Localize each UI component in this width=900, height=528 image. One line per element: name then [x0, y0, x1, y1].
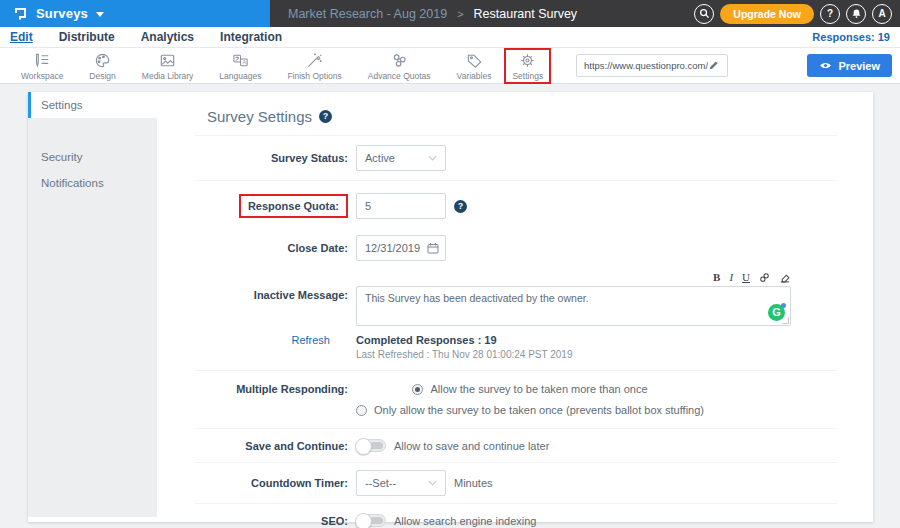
- close-date-label: Close Date:: [157, 242, 348, 254]
- link-button-icon[interactable]: [759, 272, 770, 283]
- seo-text: Allow search engine indexing: [394, 515, 536, 527]
- toolbar-item-finish-options[interactable]: Finish Options: [274, 50, 354, 82]
- resize-handle[interactable]: [782, 317, 789, 324]
- svg-text:A: A: [242, 59, 246, 65]
- toolbar-item-languages[interactable]: A Languages: [206, 50, 274, 82]
- survey-url-box: [576, 54, 728, 77]
- languages-icon: A: [231, 51, 250, 70]
- response-quota-row: Response Quota: ?: [157, 181, 873, 227]
- survey-status-select[interactable]: Active: [356, 145, 446, 171]
- sidebar-item-settings[interactable]: Settings: [28, 92, 157, 118]
- radio-unselected-icon: [356, 405, 367, 416]
- close-date-input[interactable]: [356, 235, 446, 261]
- breadcrumb: Market Research - Aug 2019 > Restaurant …: [270, 0, 577, 27]
- multiple-responding-row: Multiple Responding: Allow the survey to…: [157, 371, 873, 428]
- countdown-timer-label: Countdown Timer:: [157, 477, 348, 489]
- page-background: Settings Security Notifications Survey S…: [0, 84, 900, 528]
- help-button[interactable]: ?: [820, 4, 840, 24]
- save-continue-text: Allow to save and continue later: [394, 440, 549, 452]
- variables-tag-icon: [465, 51, 484, 70]
- response-quota-label-wrap: Response Quota:: [157, 194, 348, 218]
- settings-card: Settings Security Notifications Survey S…: [28, 92, 873, 522]
- message-editor-toolbar: B I U: [356, 271, 791, 286]
- response-quota-help-icon[interactable]: ?: [454, 200, 467, 213]
- response-quota-label: Response Quota:: [239, 194, 348, 218]
- chevron-down-icon: [428, 480, 437, 486]
- search-button[interactable]: [694, 4, 714, 24]
- survey-status-row: Survey Status: Active: [157, 136, 873, 180]
- clear-format-eraser-icon[interactable]: [779, 272, 791, 283]
- toolbar-item-settings[interactable]: Settings: [504, 48, 551, 84]
- tab-integration[interactable]: Integration: [220, 30, 282, 44]
- seo-toggle[interactable]: [356, 514, 386, 527]
- product-menu-label: Surveys: [36, 6, 88, 21]
- tab-analytics[interactable]: Analytics: [141, 30, 194, 44]
- settings-sidebar: Settings Security Notifications: [28, 92, 157, 522]
- workspace-icon: [33, 51, 52, 70]
- toolbar-item-variables[interactable]: Variables: [444, 50, 505, 82]
- survey-url-input[interactable]: [584, 60, 708, 71]
- bell-icon: [851, 8, 862, 19]
- search-icon: [699, 8, 710, 19]
- survey-status-label: Survey Status:: [157, 152, 348, 164]
- notifications-button[interactable]: [846, 4, 866, 24]
- media-library-icon: [158, 51, 177, 70]
- countdown-timer-row: Countdown Timer: --Set-- Minutes: [157, 463, 873, 503]
- edit-url-pencil-icon[interactable]: [708, 60, 719, 71]
- product-menu[interactable]: Surveys: [0, 0, 270, 27]
- refresh-row: Refresh Completed Responses : 19 Last Re…: [157, 330, 873, 370]
- edit-toolbar: Workspace Design Media Library A Languag…: [0, 47, 900, 84]
- last-refreshed-text: Last Refreshed : Thu Nov 28 01:00:24 PST…: [356, 349, 572, 360]
- seo-label: SEO:: [157, 515, 348, 527]
- close-date-row: Close Date:: [157, 227, 873, 269]
- chevron-down-icon: [428, 155, 437, 161]
- italic-button[interactable]: I: [729, 271, 733, 283]
- breadcrumb-current: Restaurant Survey: [474, 7, 578, 21]
- radio-option-once[interactable]: Only allow the survey to be taken once (…: [356, 404, 704, 416]
- bold-button[interactable]: B: [713, 271, 720, 283]
- toolbar-item-media-library[interactable]: Media Library: [129, 50, 207, 82]
- sidebar-item-security[interactable]: Security: [28, 144, 157, 170]
- finish-options-wand-icon: [305, 51, 324, 70]
- multiple-responding-label: Multiple Responding:: [157, 383, 348, 395]
- countdown-timer-select[interactable]: --Set--: [356, 470, 446, 496]
- tab-distribute[interactable]: Distribute: [59, 30, 115, 44]
- refresh-link[interactable]: Refresh: [157, 334, 348, 346]
- save-continue-label: Save and Continue:: [157, 440, 348, 452]
- header-actions: Upgrade Now ? A: [694, 0, 892, 27]
- breadcrumb-parent[interactable]: Market Research - Aug 2019: [288, 7, 447, 21]
- advance-quotas-chain-icon: [390, 51, 409, 70]
- sidebar-item-notifications[interactable]: Notifications: [28, 170, 157, 196]
- response-quota-input[interactable]: [356, 193, 446, 219]
- tab-edit[interactable]: Edit: [10, 30, 33, 44]
- design-palette-icon: [93, 51, 112, 70]
- chevron-down-icon: [96, 12, 104, 17]
- account-avatar[interactable]: A: [872, 4, 892, 24]
- radio-option-multiple[interactable]: Allow the survey to be taken more than o…: [412, 383, 647, 395]
- top-header: Surveys Market Research - Aug 2019 > Res…: [0, 0, 900, 27]
- preview-button[interactable]: Preview: [807, 54, 892, 77]
- save-continue-toggle[interactable]: [356, 439, 386, 452]
- breadcrumb-separator: >: [457, 8, 463, 20]
- questionpro-logo-icon: [12, 6, 28, 22]
- underline-button[interactable]: U: [742, 271, 750, 283]
- toolbar-item-advance-quotas[interactable]: Advance Quotas: [355, 50, 444, 82]
- seo-row: SEO: Allow search engine indexing: [157, 504, 873, 528]
- save-continue-row: Save and Continue: Allow to save and con…: [157, 429, 873, 462]
- radio-selected-icon: [412, 384, 423, 395]
- countdown-minutes-text: Minutes: [454, 477, 493, 489]
- completed-responses-text: Completed Responses : 19: [356, 334, 572, 346]
- survey-settings-form: Survey Settings ? Survey Status: Active: [157, 92, 873, 522]
- survey-nav: Edit Distribute Analytics Integration Re…: [0, 27, 900, 47]
- responses-count[interactable]: Responses: 19: [812, 31, 890, 43]
- title-help-icon[interactable]: ?: [319, 110, 332, 123]
- inactive-message-row: Inactive Message: B I U: [157, 269, 873, 330]
- inactive-message-textarea[interactable]: This Survey has been deactivated by the …: [356, 286, 791, 326]
- eye-icon: [819, 61, 832, 70]
- toolbar-item-design[interactable]: Design: [76, 50, 128, 82]
- inactive-message-label: Inactive Message:: [157, 271, 348, 301]
- page-title: Survey Settings ?: [157, 92, 873, 135]
- upgrade-now-button[interactable]: Upgrade Now: [720, 4, 814, 24]
- toolbar-item-workspace[interactable]: Workspace: [8, 50, 76, 82]
- settings-gear-icon: [518, 51, 537, 70]
